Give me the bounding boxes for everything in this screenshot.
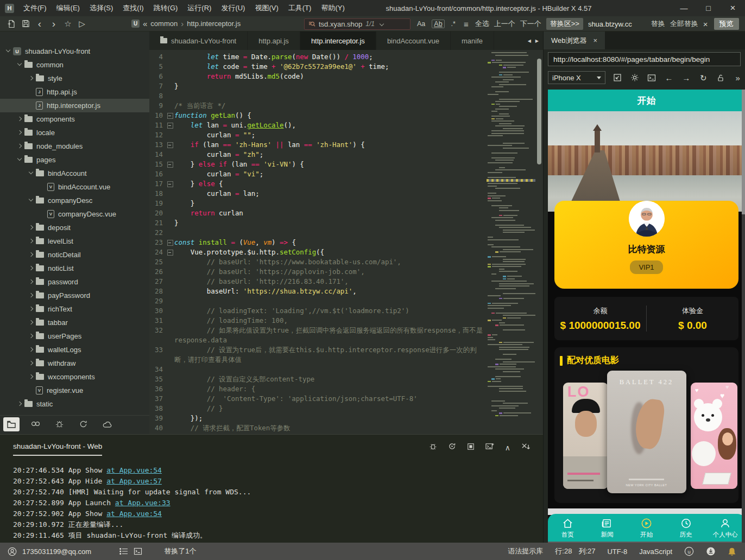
menu-item[interactable]: 发行(U) [216,1,250,15]
app-tab-news[interactable]: 新闻 [588,514,627,542]
editor-tab[interactable]: shuadan-LvYou-front [149,31,248,50]
tree-item[interactable]: static [0,397,149,411]
more-tools-icon[interactable]: » [733,74,743,82]
tree-item[interactable]: noticDetail [0,248,149,262]
menu-item[interactable]: 帮助(Y) [316,1,349,15]
uniapp-status-icon[interactable]: u [684,546,694,556]
close-button[interactable]: × [721,0,745,16]
fold-marker-icon[interactable] [166,179,174,189]
browser-refresh-icon[interactable]: ↻ [698,74,709,82]
app-tab-play[interactable]: 开始 [627,514,666,542]
replace-all-button[interactable]: 全部替换 [670,19,698,29]
account-email[interactable]: 1735031199@qq.com [22,548,91,556]
back-icon[interactable]: ‹ [33,18,47,30]
editor-tab[interactable]: http.interceptor.js [300,31,376,50]
tree-item[interactable]: VcompanyDesc.vue [0,207,149,221]
previous-match-button[interactable]: 上一个 [494,19,515,29]
tree-item[interactable]: password [0,275,149,289]
notifications-bell-icon[interactable] [728,547,736,556]
tree-item[interactable]: userPages [0,329,149,343]
search-view-icon[interactable] [27,417,43,431]
browser-forward-icon[interactable]: → [681,74,691,82]
encoding[interactable]: UTF-8 [607,548,627,556]
movie-poster-center[interactable]: BALLET 422 NEW YORK CITY BALLET [607,371,686,493]
tab-scroll-right-icon[interactable]: ▶ [535,39,539,43]
open-external-icon[interactable] [613,73,623,82]
breadcrumb-folder[interactable]: common [150,20,178,28]
menu-item[interactable]: 文件(F) [18,1,52,15]
editor-tab[interactable]: http.api.js [248,31,300,50]
tree-item[interactable]: bindAccount [0,167,149,180]
fold-marker-icon[interactable] [166,111,174,120]
log-source-link[interactable]: at App.vue:57 [106,477,162,485]
web-browser-tab[interactable]: Web浏览器 × [544,31,605,49]
tree-item[interactable]: companyDesc [0,194,149,207]
regex-button[interactable]: .* [450,20,457,28]
tree-item[interactable]: Jhttp.api.js [0,85,149,99]
editor-scrollbar[interactable] [537,59,541,164]
find-input[interactable]: tsd.xyan.shop 1/1 [304,18,411,30]
fold-marker-icon[interactable] [166,140,174,150]
replace-zone-toggle[interactable]: 替换区>> [546,18,583,30]
tree-item[interactable]: walletLogs [0,343,149,357]
next-match-button[interactable]: 下一个 [520,19,541,29]
app-scrollbar-thumb[interactable] [742,90,745,214]
account-icon[interactable] [8,547,17,556]
devtools-console-icon[interactable] [647,74,657,82]
tree-item[interactable]: deposit [0,221,149,234]
tree-item[interactable]: levelList [0,234,149,248]
tree-item[interactable]: richText [0,302,149,316]
menu-item[interactable]: 选择(S) [85,1,118,15]
close-search-icon[interactable]: × [703,20,708,29]
cloud-view-icon[interactable] [99,417,115,431]
log-source-link[interactable]: at App.vue:33 [115,499,171,507]
tree-item[interactable]: style [0,72,149,85]
whole-word-button[interactable]: Ab [432,20,444,28]
chevron-down-icon[interactable] [378,21,383,27]
app-tab-history[interactable]: 历史 [666,514,706,542]
tree-item[interactable]: components [0,112,149,126]
maximize-button[interactable]: □ [696,0,721,16]
minimize-button[interactable]: — [672,0,696,16]
cursor-line[interactable]: 行:28 [555,546,572,556]
language-mode[interactable]: JavaScript [639,548,672,556]
app-scrollbar[interactable] [742,90,745,543]
explorer-view-icon[interactable] [3,417,20,431]
tab-scroll-left-icon[interactable]: ◀ [528,39,531,43]
find-value[interactable]: tsd.xyan.shop [319,20,362,28]
replace-value[interactable]: shua.btzyw.cc [588,20,632,28]
tree-item[interactable]: common [0,58,149,72]
tree-item[interactable]: wxcomponents [0,370,149,384]
collapse-icon[interactable]: « [143,20,147,28]
fold-marker-icon[interactable] [166,238,174,247]
tree-item[interactable]: pages [0,153,149,167]
breadcrumb-file[interactable]: http.interceptor.js [187,20,241,28]
new-file-icon[interactable] [4,18,18,30]
movie-poster-right[interactable]: ♥ ♥ ♥ [691,383,737,489]
tree-item[interactable]: noticList [0,262,149,275]
star-icon[interactable]: ☆ [61,18,75,30]
tree-item[interactable]: Vregister.vue [0,384,149,397]
log-source-link[interactable]: at App.vue:54 [106,510,162,518]
lock-icon[interactable] [716,74,726,82]
collapse-panel-icon[interactable]: ∧ [505,444,510,451]
app-tab-home[interactable]: 首页 [548,514,588,542]
code-editor[interactable]: 4 let time = Date.parse(new Date()) / 10… [149,52,483,434]
menu-item[interactable]: 视图(V) [250,1,283,15]
stop-icon[interactable] [467,443,475,453]
menu-item[interactable]: 查找(I) [118,1,148,15]
match-case-button[interactable]: Aa [415,20,427,28]
menu-item[interactable]: 工具(T) [283,1,317,15]
multiline-button[interactable]: ≡ [462,19,470,29]
browser-back-icon[interactable]: ← [664,74,674,82]
debug-icon[interactable] [429,442,437,453]
url-input[interactable]: http://localhost:8080/#/pages/tabbar/beg… [548,52,741,66]
restart-icon[interactable] [448,442,456,453]
editor-tab[interactable]: manife [451,31,494,50]
log-source-link[interactable]: at App.vue:54 [106,466,162,474]
tree-item[interactable]: node_modules [0,139,149,153]
tree-item[interactable]: payPassword [0,289,149,302]
fold-marker-icon[interactable] [166,247,174,257]
profile-card[interactable]: 比特资源 VIP1 [554,201,738,289]
forward-icon[interactable]: › [47,18,61,30]
